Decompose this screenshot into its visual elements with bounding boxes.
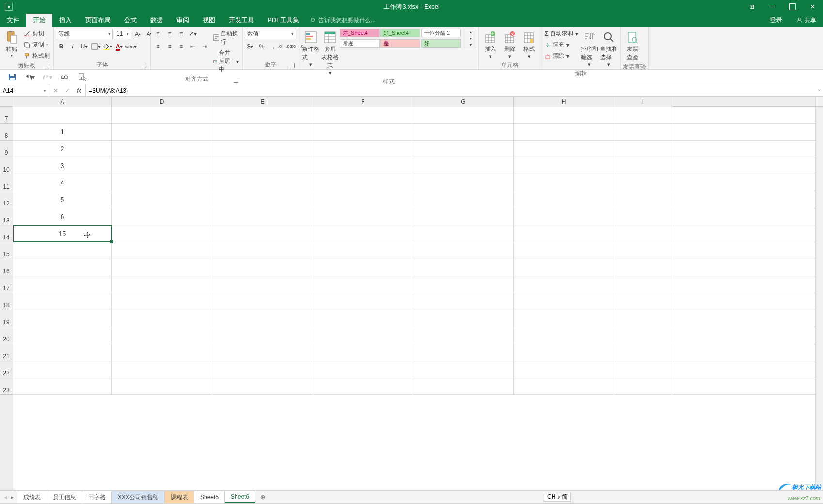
fill-button[interactable]: 填充▾ bbox=[543, 40, 580, 50]
row-header-8[interactable]: 8 bbox=[0, 124, 13, 141]
tab-nav-last-icon[interactable]: ▸ bbox=[11, 494, 14, 501]
cell-G15[interactable] bbox=[413, 242, 514, 259]
cell-I9[interactable] bbox=[614, 141, 672, 157]
sort-filter-button[interactable]: 排序和筛选▾ bbox=[580, 29, 599, 69]
cell-D19[interactable] bbox=[112, 310, 212, 327]
comma-format-icon[interactable]: , bbox=[268, 41, 279, 52]
cell-I20[interactable] bbox=[614, 327, 672, 344]
cell-F7[interactable] bbox=[313, 107, 413, 123]
cell-G21[interactable] bbox=[413, 344, 514, 361]
accounting-format-icon[interactable]: $▾ bbox=[245, 41, 255, 52]
italic-button[interactable]: I bbox=[67, 41, 78, 52]
percent-format-icon[interactable]: % bbox=[256, 41, 267, 52]
link-icon[interactable] bbox=[59, 72, 70, 82]
style-chip[interactable]: 好 bbox=[421, 39, 461, 48]
cell-A23[interactable] bbox=[13, 378, 112, 394]
cell-E18[interactable] bbox=[212, 293, 313, 310]
orientation-icon[interactable]: ⤢▾ bbox=[188, 29, 198, 39]
cell-I18[interactable] bbox=[614, 293, 672, 310]
ribbon-options-button[interactable]: ⊞ bbox=[742, 0, 762, 14]
cell-D17[interactable] bbox=[112, 276, 212, 293]
redo-icon[interactable]: ▾ bbox=[42, 72, 52, 82]
ime-indicator[interactable]: CH ♪ 简 bbox=[544, 493, 571, 502]
cell-E8[interactable] bbox=[212, 124, 313, 140]
wrap-text-button[interactable]: 自动换行 bbox=[212, 29, 240, 47]
cell-D23[interactable] bbox=[112, 378, 212, 394]
delete-cells-button[interactable]: 删除▾ bbox=[500, 29, 520, 61]
row-header-11[interactable]: 11 bbox=[0, 174, 13, 191]
cell-D16[interactable] bbox=[112, 259, 212, 276]
cell-E13[interactable] bbox=[212, 208, 313, 225]
cell-D9[interactable] bbox=[112, 141, 212, 157]
menu-公式[interactable]: 公式 bbox=[117, 14, 143, 27]
cell-D18[interactable] bbox=[112, 293, 212, 310]
number-dialog-launcher[interactable] bbox=[290, 63, 295, 68]
save-icon[interactable] bbox=[7, 72, 17, 82]
sign-in-button[interactable]: 登录 bbox=[763, 14, 789, 27]
increase-decimal-icon[interactable]: .0→.00 bbox=[280, 41, 290, 52]
cell-F20[interactable] bbox=[313, 327, 413, 344]
clipboard-dialog-launcher[interactable] bbox=[45, 64, 49, 69]
cell-H9[interactable] bbox=[514, 141, 614, 157]
new-sheet-button[interactable]: ⊕ bbox=[255, 491, 270, 503]
cell-I7[interactable] bbox=[614, 107, 672, 123]
row-header-9[interactable]: 9 bbox=[0, 141, 13, 158]
cell-I23[interactable] bbox=[614, 378, 672, 394]
cell-G16[interactable] bbox=[413, 259, 514, 276]
format-as-table-button[interactable]: 套用 表格格式▾ bbox=[320, 29, 340, 77]
quick-access-dropdown[interactable]: ▾ bbox=[5, 3, 13, 11]
menu-PDF工具集[interactable]: PDF工具集 bbox=[261, 14, 306, 27]
cell-H20[interactable] bbox=[514, 327, 614, 344]
format-cells-button[interactable]: 格式▾ bbox=[520, 29, 539, 61]
cell-E11[interactable] bbox=[212, 174, 313, 191]
cell-D10[interactable] bbox=[112, 158, 212, 174]
name-box-input[interactable] bbox=[3, 87, 44, 94]
cell-G22[interactable] bbox=[413, 361, 514, 378]
cancel-formula-icon[interactable]: ✕ bbox=[51, 86, 60, 95]
font-color-button[interactable]: A▾ bbox=[114, 41, 125, 52]
style-chip[interactable]: 好_Sheet4 bbox=[380, 29, 420, 37]
format-painter-button[interactable]: 格式刷 bbox=[22, 51, 51, 61]
row-header-23[interactable]: 23 bbox=[0, 378, 13, 395]
cell-G7[interactable] bbox=[413, 107, 514, 123]
menu-审阅[interactable]: 审阅 bbox=[170, 14, 196, 27]
cell-H17[interactable] bbox=[514, 276, 614, 293]
print-preview-icon[interactable] bbox=[77, 72, 87, 82]
align-left-icon[interactable]: ≡ bbox=[153, 41, 163, 52]
align-center-icon[interactable]: ≡ bbox=[164, 41, 175, 52]
styles-scroll-up[interactable]: ▴ bbox=[465, 29, 476, 35]
row-header-10[interactable]: 10 bbox=[0, 158, 13, 174]
menu-页面布局[interactable]: 页面布局 bbox=[79, 14, 117, 27]
style-chip[interactable]: 差_Sheet4 bbox=[340, 29, 380, 37]
cell-E14[interactable] bbox=[212, 225, 313, 242]
maximize-button[interactable] bbox=[782, 0, 803, 14]
cell-I16[interactable] bbox=[614, 259, 672, 276]
cell-D13[interactable] bbox=[112, 208, 212, 225]
autosum-button[interactable]: Σ自动求和▾ bbox=[543, 29, 580, 39]
cell-E21[interactable] bbox=[212, 344, 313, 361]
style-chip[interactable]: 差 bbox=[380, 39, 420, 48]
cell-E15[interactable] bbox=[212, 242, 313, 259]
cell-A10[interactable]: 3 bbox=[13, 158, 112, 174]
font-size-select[interactable]: 11▾ bbox=[114, 29, 131, 39]
cell-I14[interactable] bbox=[614, 225, 672, 242]
cell-A17[interactable] bbox=[13, 276, 112, 293]
font-name-select[interactable]: 等线▾ bbox=[56, 29, 113, 39]
bold-button[interactable]: B bbox=[56, 41, 66, 52]
cell-F14[interactable] bbox=[313, 225, 413, 242]
copy-button[interactable]: 复制▾ bbox=[22, 40, 51, 50]
row-header-12[interactable]: 12 bbox=[0, 191, 13, 208]
column-header-G[interactable]: G bbox=[413, 97, 514, 107]
cell-I8[interactable] bbox=[614, 124, 672, 140]
cell-H18[interactable] bbox=[514, 293, 614, 310]
cell-H10[interactable] bbox=[514, 158, 614, 174]
cell-F19[interactable] bbox=[313, 310, 413, 327]
find-select-button[interactable]: 查找和选择▾ bbox=[599, 29, 618, 69]
cell-E12[interactable] bbox=[212, 191, 313, 208]
cell-F23[interactable] bbox=[313, 378, 413, 394]
cell-A11[interactable]: 4 bbox=[13, 174, 112, 191]
minimize-button[interactable]: — bbox=[762, 0, 782, 14]
menu-文件[interactable]: 文件 bbox=[0, 14, 26, 27]
cell-F21[interactable] bbox=[313, 344, 413, 361]
cell-A12[interactable]: 5 bbox=[13, 191, 112, 208]
